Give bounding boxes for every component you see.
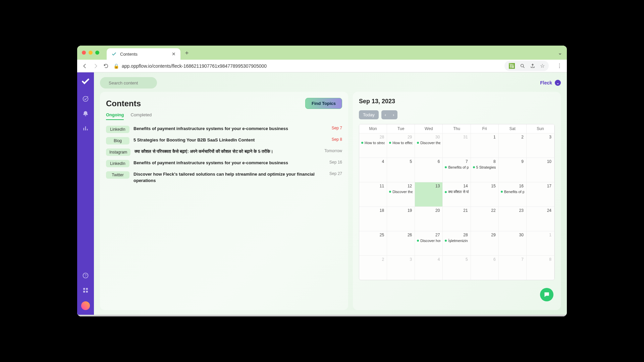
forward-button[interactable] — [93, 63, 99, 69]
calendar-day[interactable]: 6 — [471, 255, 499, 280]
tabs-dropdown-icon[interactable]: ⌄ — [558, 50, 562, 56]
calendar-event[interactable]: How to effect — [389, 141, 413, 145]
calendar-event[interactable]: 5 Strategies fo — [473, 165, 496, 169]
org-switcher[interactable]: Fleck ⌄ — [540, 80, 561, 86]
help-icon[interactable]: ? — [82, 272, 89, 279]
new-tab-button[interactable]: ＋ — [184, 49, 190, 57]
calendar-day[interactable]: 21 — [443, 206, 471, 231]
translate-icon[interactable]: 🈯 — [508, 63, 515, 69]
calendar-event[interactable]: Discover the l — [417, 141, 440, 145]
share-icon[interactable] — [530, 63, 535, 69]
calendar-day[interactable]: 1 — [527, 231, 554, 255]
calendar-event[interactable]: क्या कौशल से परि — [445, 190, 468, 194]
calendar-day[interactable]: 2 — [359, 255, 387, 280]
minimize-window[interactable] — [89, 51, 93, 55]
calendar-day[interactable]: 30Discover the l — [415, 133, 443, 158]
calendar-day[interactable]: 28İşletmenizin V — [443, 231, 471, 255]
notifications-icon[interactable] — [82, 110, 89, 117]
calendar-day[interactable]: 7 — [499, 255, 527, 280]
calendar-day[interactable]: 4 — [415, 255, 443, 280]
browser-tab[interactable]: Contents ✕ — [107, 48, 180, 60]
content-row[interactable]: Blog5 Strategies for Boosting Your B2B S… — [106, 137, 342, 144]
calendar-day[interactable]: 11 — [359, 182, 387, 206]
day-number: 11 — [380, 184, 384, 188]
calendar-day[interactable]: 8 — [527, 255, 554, 280]
maximize-window[interactable] — [95, 51, 99, 55]
zoom-icon[interactable] — [520, 63, 525, 69]
calendar-day[interactable]: 24 — [527, 206, 554, 231]
tab-ongoing[interactable]: Ongoing — [106, 112, 124, 120]
calendar-day[interactable]: 30 — [499, 231, 527, 255]
calendar-day[interactable]: 20 — [415, 206, 443, 231]
calendar-event[interactable]: How to strear — [361, 141, 385, 145]
day-of-week: Mon — [359, 124, 387, 133]
calendar-event[interactable]: Benefits of pa — [501, 190, 524, 194]
find-topics-button[interactable]: Find Topics — [305, 98, 342, 109]
search-input[interactable] — [109, 80, 165, 85]
calendar-day[interactable]: 26 — [387, 231, 415, 255]
calendar-event[interactable]: Benefits of pa — [445, 165, 468, 169]
calendar-day[interactable]: 14क्या कौशल से परि — [443, 182, 471, 206]
day-number: 19 — [408, 208, 412, 213]
calendar-day[interactable]: 22 — [471, 206, 499, 231]
calendar-event[interactable]: Discover the l — [389, 190, 413, 194]
browser-menu-icon[interactable]: ⋮ — [557, 63, 562, 69]
calendar-day[interactable]: 85 Strategies fo — [471, 158, 499, 182]
calendar-day[interactable]: 5 — [443, 255, 471, 280]
today-button[interactable]: Today — [359, 110, 379, 119]
calendar-day[interactable]: 19 — [387, 206, 415, 231]
calendar-day[interactable]: 10 — [527, 158, 554, 182]
calendar-day[interactable]: 18 — [359, 206, 387, 231]
prev-month-button[interactable]: ‹ — [381, 110, 389, 119]
address-bar[interactable]: 🔒 app.oppflow.io/contents/fleck-16862119… — [113, 63, 500, 69]
chat-fab[interactable] — [540, 288, 553, 301]
calendar-day[interactable]: 28How to strear — [359, 133, 387, 158]
bookmark-icon[interactable]: ☆ — [540, 63, 545, 69]
tab-completed[interactable]: Completed — [130, 112, 152, 120]
calendar-day[interactable]: 31 — [443, 133, 471, 158]
reload-button[interactable] — [103, 63, 109, 69]
calendar-day[interactable]: 5 — [387, 158, 415, 182]
content-row[interactable]: Instagramक्या कौशल से परिपक्वता कैसे बढ़… — [106, 148, 342, 156]
analytics-icon[interactable] — [82, 125, 89, 132]
calendar-day[interactable]: 2 — [499, 133, 527, 158]
calendar-event[interactable]: Discover how — [417, 239, 440, 243]
calendar-day[interactable]: 12Discover the l — [387, 182, 415, 206]
calendar-day[interactable]: 23 — [499, 206, 527, 231]
search-box[interactable] — [100, 77, 157, 88]
close-window[interactable] — [82, 51, 86, 55]
calendar-day[interactable]: 9 — [499, 158, 527, 182]
calendar-title: Sep 13, 2023 — [359, 98, 395, 105]
tasks-icon[interactable] — [82, 95, 89, 103]
calendar-event[interactable]: İşletmenizin V — [445, 239, 468, 243]
calendar-day[interactable]: 15 — [471, 182, 499, 206]
user-avatar[interactable] — [81, 301, 90, 310]
content-row[interactable]: LinkedInBenefits of payment infrastructu… — [106, 160, 342, 167]
app-logo[interactable] — [81, 77, 90, 88]
content-row[interactable]: LinkedInBenefits of payment infrastructu… — [106, 126, 342, 133]
next-month-button[interactable]: › — [389, 110, 397, 119]
calendar-day[interactable]: 13 — [415, 182, 443, 206]
day-number: 14 — [463, 184, 468, 188]
calendar-day[interactable]: 25 — [359, 231, 387, 255]
calendar-day[interactable]: 16Benefits of pa — [499, 182, 527, 206]
content-list: LinkedInBenefits of payment infrastructu… — [106, 126, 342, 184]
calendar-day[interactable]: 6 — [415, 158, 443, 182]
calendar-day[interactable]: 4 — [359, 158, 387, 182]
calendar-day[interactable]: 29How to effect — [387, 133, 415, 158]
calendar-day[interactable]: 3 — [387, 255, 415, 280]
content-tag: LinkedIn — [106, 126, 129, 133]
apps-icon[interactable] — [82, 287, 89, 294]
calendar-day[interactable]: 7Benefits of pa — [443, 158, 471, 182]
calendar-day[interactable]: 27Discover how — [415, 231, 443, 255]
content-row[interactable]: TwitterDiscover how Fleck's tailored sol… — [106, 171, 342, 184]
back-button[interactable] — [82, 63, 88, 69]
calendar-day[interactable]: 3 — [527, 133, 554, 158]
calendar-day[interactable]: 1 — [471, 133, 499, 158]
calendar-day[interactable]: 17 — [527, 182, 554, 206]
calendar-day[interactable]: 29 — [471, 231, 499, 255]
horizontal-scrollbar[interactable] — [77, 315, 567, 316]
close-tab-icon[interactable]: ✕ — [172, 51, 176, 57]
org-name: Fleck — [540, 80, 552, 85]
day-of-week: Fri — [471, 124, 499, 133]
